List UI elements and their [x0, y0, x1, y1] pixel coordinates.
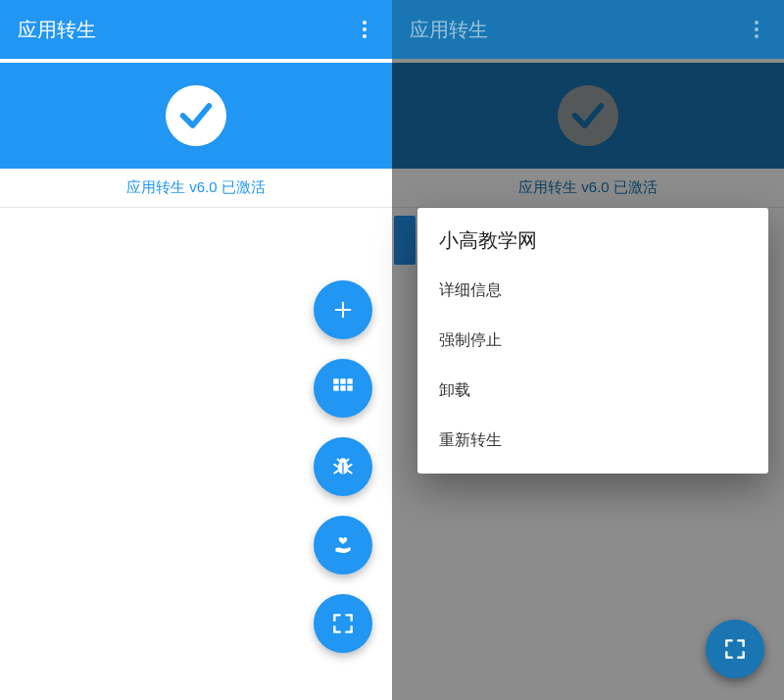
appbar-title: 应用转生 [410, 17, 488, 43]
fab-expand[interactable] [314, 594, 372, 653]
dialog-item-uninstall[interactable]: 卸载 [417, 366, 768, 416]
content-area [0, 208, 392, 700]
fab-grid[interactable] [314, 359, 372, 418]
overflow-menu-button[interactable] [741, 14, 772, 45]
plus-icon [332, 299, 354, 321]
status-banner [0, 63, 392, 169]
svg-rect-1 [340, 378, 345, 383]
status-icon-circle [166, 85, 226, 146]
heart-hand-icon [330, 532, 356, 558]
svg-rect-3 [333, 385, 338, 390]
fab-add[interactable] [314, 280, 372, 339]
expand-icon [330, 611, 356, 636]
more-vert-icon [755, 21, 759, 38]
check-icon [176, 96, 216, 135]
appbar: 应用转生 [0, 0, 392, 59]
appbar-title: 应用转生 [18, 17, 96, 43]
screen-left: 应用转生 应用转生 v6.0 已激活 [0, 0, 392, 700]
dialog-title: 小高教学网 [417, 227, 768, 266]
dialog-item-reclone[interactable]: 重新转生 [417, 416, 768, 466]
appbar: 应用转生 [392, 0, 784, 59]
grid-icon [330, 375, 356, 401]
more-vert-icon [363, 21, 367, 38]
dialog-item-force-stop[interactable]: 强制停止 [417, 316, 768, 366]
svg-rect-5 [347, 385, 352, 390]
fab-donate[interactable] [314, 516, 372, 575]
fab-bottom-wrap [706, 620, 764, 678]
expand-icon [722, 636, 748, 662]
bug-icon [330, 454, 356, 479]
fab-bug[interactable] [314, 437, 372, 496]
svg-rect-4 [340, 385, 345, 390]
context-dialog: 小高教学网 详细信息 强制停止 卸载 重新转生 [417, 208, 768, 474]
dialog-item-details[interactable]: 详细信息 [417, 266, 768, 316]
overflow-menu-button[interactable] [349, 14, 380, 45]
fab-expand[interactable] [706, 620, 764, 678]
svg-rect-0 [333, 378, 338, 383]
status-text: 应用转生 v6.0 已激活 [0, 169, 392, 208]
svg-rect-2 [347, 378, 352, 383]
screen-right: 应用转生 v6.0 已激活 应用转生 小高教学网 详细信息 强制停止 卸载 重新… [392, 0, 784, 700]
fab-column [314, 280, 372, 653]
